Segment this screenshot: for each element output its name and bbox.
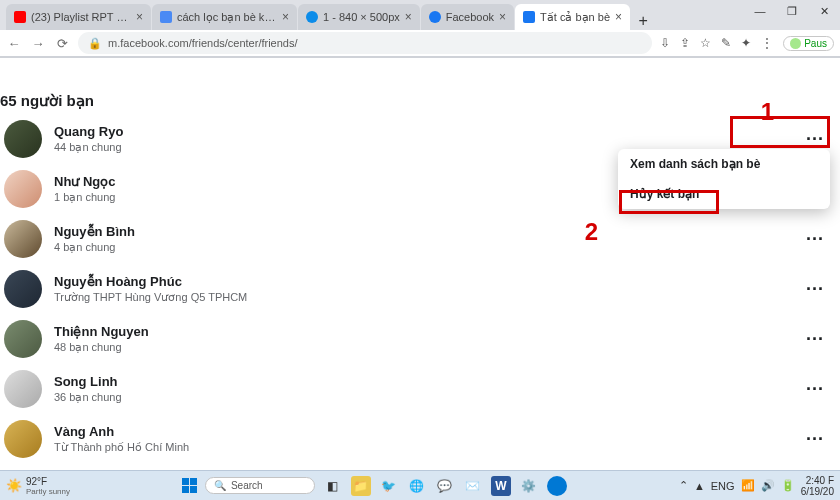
weather-temp: 92°F — [26, 476, 70, 487]
clock-time: 2:40 F — [806, 475, 834, 486]
language-indicator[interactable]: ENG — [711, 480, 735, 492]
friend-options-button[interactable]: ··· — [794, 229, 836, 250]
friend-name: Song Linh — [54, 374, 782, 390]
avatar — [4, 420, 42, 458]
clock[interactable]: 2:40 F 6/19/20 — [801, 475, 834, 497]
friend-subtitle: 36 bạn chung — [54, 390, 782, 404]
friend-row[interactable]: Nguyễn Hoàng Phúc Trường THPT Hùng Vương… — [0, 264, 840, 314]
back-button[interactable]: ← — [6, 36, 22, 51]
tab-youtube[interactable]: (23) Playlist RPT MCK: A...× — [6, 4, 151, 30]
avatar — [4, 120, 42, 158]
tab-label: cách lọc bạn bè không tươn... — [177, 11, 277, 24]
menu-icon[interactable]: ⋮ — [761, 36, 773, 50]
system-tray: ⌃ ▲ ENG 📶 🔊 🔋 2:40 F 6/19/20 — [679, 475, 834, 497]
friend-options-button[interactable]: ··· — [794, 379, 836, 400]
wifi-icon[interactable]: 📶 — [741, 479, 755, 492]
taskbar-app-icon[interactable]: 💬 — [435, 476, 455, 496]
avatar — [4, 320, 42, 358]
taskbar-app-icon[interactable]: W — [491, 476, 511, 496]
tab-friends[interactable]: Tất cả bạn bè× — [515, 4, 630, 30]
start-button[interactable] — [182, 478, 197, 493]
close-icon[interactable]: × — [615, 10, 622, 24]
friend-options-button[interactable]: ··· — [794, 329, 836, 350]
taskbar-app-icon[interactable]: 🐦 — [379, 476, 399, 496]
youtube-icon — [14, 11, 26, 23]
friend-info: Vàng Anh Từ Thành phố Hồ Chí Minh — [54, 424, 782, 454]
friend-row[interactable]: Nguyễn Bình 4 bạn chung ··· — [0, 214, 840, 264]
friend-name: Nguyễn Hoàng Phúc — [54, 274, 782, 290]
lock-icon: 🔒 — [88, 37, 102, 50]
window-controls: — ❐ ✕ — [744, 0, 840, 22]
annotation-box-1 — [730, 116, 830, 148]
taskbar-app-icon[interactable]: ⚙️ — [519, 476, 539, 496]
tab-label: Facebook — [446, 11, 494, 23]
friends-content: 65 người bạn Quang Ryo 44 bạn chung ··· … — [0, 86, 840, 470]
facebook-icon — [523, 11, 535, 23]
reload-button[interactable]: ⟳ — [54, 36, 70, 51]
facebook-icon — [429, 11, 441, 23]
friend-subtitle: Trường THPT Hùng Vương Q5 TPHCM — [54, 290, 782, 304]
close-button[interactable]: ✕ — [808, 0, 840, 22]
friend-row[interactable]: Song Linh 36 bạn chung ··· — [0, 364, 840, 414]
url-input[interactable]: 🔒 m.facebook.com/friends/center/friends/ — [78, 32, 652, 54]
friend-name: Quang Ryo — [54, 124, 782, 140]
friend-subtitle: 48 bạn chung — [54, 340, 782, 354]
share-icon[interactable]: ⇪ — [680, 36, 690, 50]
close-icon[interactable]: × — [405, 10, 412, 24]
forward-button[interactable]: → — [30, 36, 46, 51]
search-placeholder: Search — [231, 480, 263, 491]
friends-count-title: 65 người bạn — [0, 86, 840, 114]
close-icon[interactable]: × — [499, 10, 506, 24]
profile-dot-icon — [790, 38, 801, 49]
weather-widget[interactable]: ☀️ 92°F Partly sunny — [6, 476, 70, 496]
edge-icon — [306, 11, 318, 23]
tab-edge[interactable]: 1 - 840 × 500px× — [298, 4, 420, 30]
star-icon[interactable]: ☆ — [700, 36, 711, 50]
new-tab-button[interactable]: + — [631, 12, 655, 30]
taskbar-center: 🔍 Search ◧ 📁 🐦 🌐 💬 ✉️ W ⚙️ — [76, 476, 673, 496]
taskbar-app-icon[interactable]: 🌐 — [407, 476, 427, 496]
friend-row[interactable]: Vàng Anh Từ Thành phố Hồ Chí Minh ··· — [0, 414, 840, 464]
pen-icon[interactable]: ✎ — [721, 36, 731, 50]
onedrive-icon[interactable]: ▲ — [694, 480, 705, 492]
friend-name: Vàng Anh — [54, 424, 782, 440]
close-icon[interactable]: × — [136, 10, 143, 24]
battery-icon[interactable]: 🔋 — [781, 479, 795, 492]
volume-icon[interactable]: 🔊 — [761, 479, 775, 492]
clock-date: 6/19/20 — [801, 486, 834, 497]
tab-facebook[interactable]: Facebook× — [421, 4, 514, 30]
tray-overflow-icon[interactable]: ⌃ — [679, 479, 688, 492]
sun-icon: ☀️ — [6, 478, 22, 493]
close-icon[interactable]: × — [282, 10, 289, 24]
friend-row[interactable]: Thiệnn Nguyen 48 bạn chung ··· — [0, 314, 840, 364]
minimize-button[interactable]: — — [744, 0, 776, 22]
taskbar-search[interactable]: 🔍 Search — [205, 477, 315, 494]
friend-name: Thiệnn Nguyen — [54, 324, 782, 340]
friend-subtitle: 4 bạn chung — [54, 240, 782, 254]
fb-topnav-row — [0, 58, 840, 86]
menu-item-view-friend-list[interactable]: Xem danh sách bạn bè — [618, 149, 830, 179]
avatar — [4, 170, 42, 208]
maximize-button[interactable]: ❐ — [776, 0, 808, 22]
taskbar-app-icon[interactable] — [547, 476, 567, 496]
avatar — [4, 220, 42, 258]
task-view-icon[interactable]: ◧ — [323, 476, 343, 496]
friend-options-button[interactable]: ··· — [794, 279, 836, 300]
download-icon[interactable]: ⇩ — [660, 36, 670, 50]
tab-docs[interactable]: cách lọc bạn bè không tươn...× — [152, 4, 297, 30]
tab-label: (23) Playlist RPT MCK: A... — [31, 11, 131, 23]
tab-label: 1 - 840 × 500px — [323, 11, 400, 23]
annotation-label-2: 2 — [585, 218, 598, 246]
taskbar: ☀️ 92°F Partly sunny 🔍 Search ◧ 📁 🐦 🌐 💬 … — [0, 470, 840, 500]
profile-paused-badge[interactable]: Paus — [783, 36, 834, 51]
extensions-icon[interactable]: ✦ — [741, 36, 751, 50]
url-text: m.facebook.com/friends/center/friends/ — [108, 37, 298, 49]
taskbar-app-icon[interactable]: 📁 — [351, 476, 371, 496]
friend-info: Nguyễn Hoàng Phúc Trường THPT Hùng Vương… — [54, 274, 782, 304]
tab-strip: (23) Playlist RPT MCK: A...× cách lọc bạ… — [0, 0, 840, 30]
friend-info: Song Linh 36 bạn chung — [54, 374, 782, 404]
taskbar-app-icon[interactable]: ✉️ — [463, 476, 483, 496]
avatar — [4, 370, 42, 408]
friend-options-button[interactable]: ··· — [794, 429, 836, 450]
toolbar-icons: ⇩ ⇪ ☆ ✎ ✦ ⋮ Paus — [660, 36, 834, 51]
